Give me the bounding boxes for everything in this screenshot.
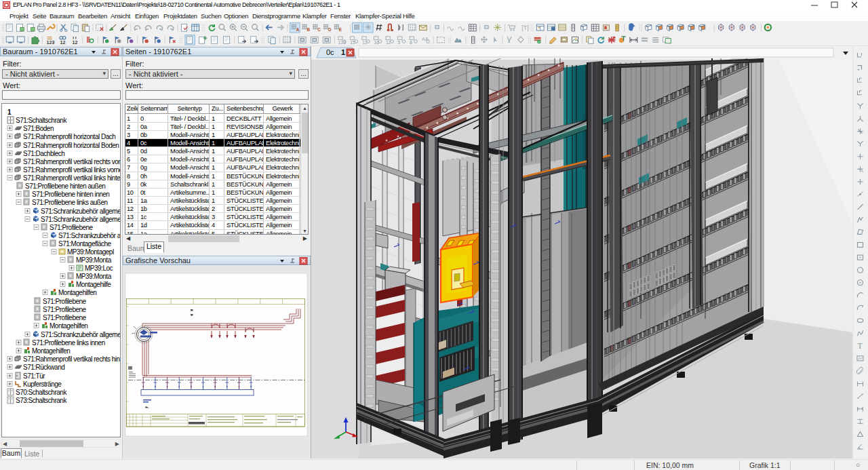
svg-text:S71:Rahmenprofil horizontal Da: S71:Rahmenprofil horizontal Dach [23, 133, 115, 140]
svg-text:D: D [328, 27, 332, 32]
svg-text:[T]: [T] [521, 24, 529, 31]
svg-text:S71:Schrankzubehör allgemein: S71:Schrankzubehör allgemein [41, 208, 120, 215]
svg-text:1: 1 [341, 48, 345, 56]
svg-text:AA: AA [422, 36, 429, 42]
svg-text:A: A [296, 27, 300, 32]
svg-text:S71:Schrankzubehör allg: S71:Schrankzubehör allg [58, 232, 120, 239]
svg-text:12: 12 [60, 39, 65, 45]
svg-text:S71:Profilebene links außen: S71:Profilebene links außen [32, 199, 108, 206]
svg-text:S71:Schaltschrank: S71:Schaltschrank [16, 117, 67, 124]
svg-text:S71:Boden: S71:Boden [23, 125, 54, 132]
svg-text:Montagehilfen: Montagehilfen [32, 347, 70, 355]
svg-text:S70:Schaltschrank: S70:Schaltschrank [16, 389, 67, 396]
svg-text:MP39:Montagepl: MP39:Montagepl [67, 248, 114, 256]
svg-text:1: 1 [7, 109, 12, 116]
svg-text:S71:Rahmenprofil vertikal rech: S71:Rahmenprofil vertikal rechts vorne [23, 158, 120, 165]
svg-text:S71:Rahmenprofil vertikal link: S71:Rahmenprofil vertikal links vorne [23, 166, 120, 174]
svg-text:S71:Profilebene: S71:Profilebene [43, 306, 87, 313]
svg-text:S71:Profilebene: S71:Profilebene [43, 314, 87, 321]
svg-text:MP39:Monta: MP39:Monta [76, 256, 112, 264]
svg-text:MP39:Monta: MP39:Monta [76, 273, 112, 280]
svg-text:E: E [339, 27, 342, 32]
svg-text:12: 12 [72, 39, 77, 45]
svg-text:S71:Rahmenprofil horizontal Bo: S71:Rahmenprofil horizontal Boden [23, 142, 119, 149]
svg-text:Kupferstränge: Kupferstränge [23, 380, 62, 388]
svg-text:S71:Montagefläche: S71:Montagefläche [58, 240, 112, 248]
svg-text:B: B [307, 27, 310, 32]
svg-text:S71:Profilebene hinten außen: S71:Profilebene hinten außen [25, 182, 105, 190]
svg-text:S73:Schaltschrank: S73:Schaltschrank [16, 397, 67, 404]
svg-text:C: C [317, 27, 321, 32]
svg-text:S71:Schrankzubehör allgemein: S71:Schrankzubehör allgemein [41, 216, 120, 223]
svg-text:S71:Schrankzubehör allgemein: S71:Schrankzubehör allgemein [41, 331, 120, 338]
svg-text:Montagehilfen: Montagehilfen [50, 322, 87, 330]
svg-text:123: 123 [47, 39, 55, 45]
svg-text:123: 123 [338, 40, 347, 45]
svg-text:MP39:Loc: MP39:Loc [85, 265, 113, 272]
svg-text:S71:Rahmenprofil vertikal rech: S71:Rahmenprofil vertikal rechts hinten [23, 355, 120, 363]
svg-text:0c: 0c [326, 48, 334, 56]
svg-text:Montagehilfe: Montagehilfe [76, 281, 111, 288]
svg-text:S71:Rahmenprofil vertikal link: S71:Rahmenprofil vertikal links hinten [23, 174, 120, 182]
svg-text:S71:Profilebene links innen: S71:Profilebene links innen [32, 339, 105, 347]
svg-text:S71:Profilebene: S71:Profilebene [50, 224, 94, 231]
svg-text:S71:Rückwand: S71:Rückwand [23, 364, 64, 371]
svg-text:S71:Dachblech: S71:Dachblech [23, 150, 64, 157]
svg-text:S71:Profilebene: S71:Profilebene [43, 298, 87, 305]
svg-text:Montagehilfen: Montagehilfen [58, 289, 96, 296]
svg-text:S71:Profilebene hinten innen: S71:Profilebene hinten innen [32, 191, 109, 198]
svg-text:S71:Tür: S71:Tür [23, 372, 45, 380]
svg-text:8: 8 [410, 40, 412, 45]
svg-text:5: 5 [398, 40, 401, 45]
svg-text:T: T [858, 341, 863, 351]
